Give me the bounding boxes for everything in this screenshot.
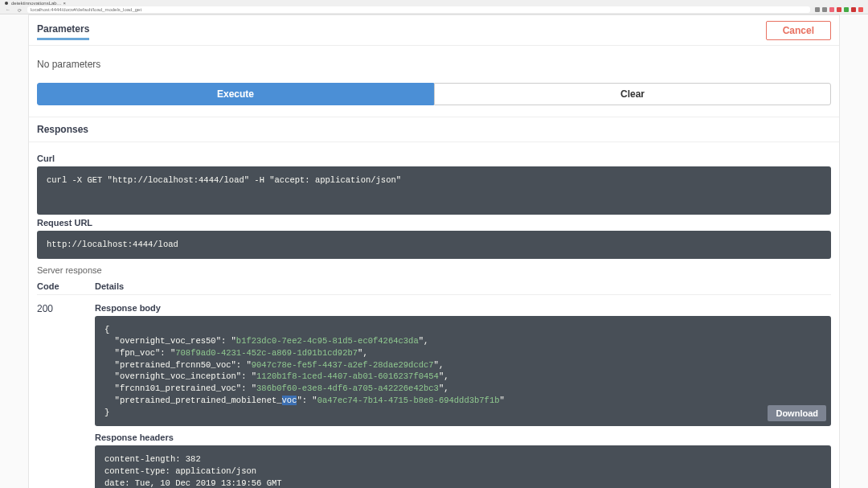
- browser-tab-title[interactable]: detektinnovationsLab… ×: [11, 1, 66, 6]
- response-body[interactable]: { "overnight_voc_res50": "b1f23dc0-7ee2-…: [95, 316, 831, 427]
- no-parameters-text: No parameters: [37, 54, 831, 83]
- browser-address-row: ← ⟳ localhost:4444/docs#/default/load_mo…: [0, 6, 868, 14]
- response-table-header: Code Details: [37, 278, 831, 295]
- request-url-label: Request URL: [37, 218, 831, 228]
- cancel-button[interactable]: Cancel: [766, 21, 831, 40]
- curl-command[interactable]: curl -X GET "http://localhost:4444/load"…: [37, 166, 831, 215]
- ext-icon[interactable]: [858, 7, 863, 12]
- ext-icon[interactable]: [844, 7, 849, 12]
- browser-tab-row: detektinnovationsLab… ×: [0, 0, 868, 6]
- response-body-block: { "overnight_voc_res50": "b1f23dc0-7ee2-…: [95, 316, 831, 427]
- details-column-header: Details: [95, 281, 124, 291]
- parameters-body: No parameters Execute Clear: [29, 46, 839, 117]
- response-row: 200 Response body { "overnight_voc_res50…: [37, 295, 831, 488]
- ext-icon[interactable]: [815, 7, 820, 12]
- ext-icon[interactable]: [837, 7, 841, 12]
- responses-header: Responses: [29, 117, 839, 142]
- address-bar[interactable]: localhost:4444/docs#/default/load_models…: [27, 6, 810, 13]
- panel-header: Parameters Cancel: [29, 15, 839, 46]
- extension-icons: [815, 7, 863, 12]
- back-button[interactable]: ←: [5, 7, 11, 12]
- response-details: Response body { "overnight_voc_res50": "…: [95, 303, 831, 488]
- response-headers-label: Response headers: [95, 433, 831, 442]
- responses-body: Curl curl -X GET "http://localhost:4444/…: [29, 142, 839, 488]
- ext-icon[interactable]: [822, 7, 827, 12]
- swagger-panel: Parameters Cancel No parameters Execute …: [28, 14, 840, 488]
- tab-row: Parameters: [37, 20, 105, 40]
- server-response-label: Server response: [37, 265, 831, 275]
- tab-favicon: [5, 2, 8, 5]
- execute-button[interactable]: Execute: [37, 83, 434, 105]
- status-code: 200: [37, 303, 76, 488]
- response-headers[interactable]: content-length: 382 content-type: applic…: [95, 445, 831, 488]
- request-url[interactable]: http://localhost:4444/load: [37, 231, 831, 259]
- tab-parameters[interactable]: Parameters: [37, 20, 89, 40]
- clear-button[interactable]: Clear: [434, 83, 831, 105]
- reload-button[interactable]: ⟳: [16, 7, 23, 13]
- action-buttons: Execute Clear: [37, 83, 831, 117]
- code-column-header: Code: [37, 281, 76, 291]
- ext-icon[interactable]: [829, 7, 834, 12]
- download-button[interactable]: Download: [768, 405, 826, 421]
- page-content: Parameters Cancel No parameters Execute …: [0, 14, 868, 488]
- response-body-label: Response body: [95, 303, 831, 313]
- browser-chrome: detektinnovationsLab… × ← ⟳ localhost:44…: [0, 0, 868, 14]
- curl-label: Curl: [37, 154, 831, 163]
- ext-icon[interactable]: [851, 7, 856, 12]
